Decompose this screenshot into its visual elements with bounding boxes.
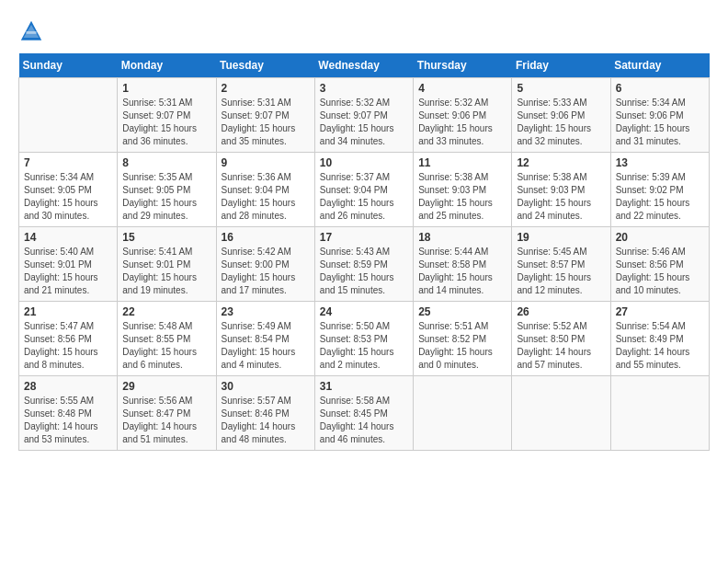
calendar-week-row: 14Sunrise: 5:40 AM Sunset: 9:01 PM Dayli…: [19, 227, 710, 302]
calendar-cell: [512, 376, 610, 451]
day-number: 22: [122, 305, 210, 318]
calendar-header-row: SundayMondayTuesdayWednesdayThursdayFrid…: [19, 53, 710, 78]
calendar-week-row: 7Sunrise: 5:34 AM Sunset: 9:05 PM Daylig…: [19, 153, 710, 227]
day-info: Sunrise: 5:54 AM Sunset: 8:49 PM Dayligh…: [616, 320, 704, 372]
calendar-cell: [414, 376, 512, 451]
calendar-cell: 11Sunrise: 5:38 AM Sunset: 9:03 PM Dayli…: [414, 153, 512, 227]
day-number: 26: [517, 305, 605, 318]
calendar-cell: 22Sunrise: 5:48 AM Sunset: 8:55 PM Dayli…: [118, 302, 216, 376]
calendar-cell: 2Sunrise: 5:31 AM Sunset: 9:07 PM Daylig…: [216, 78, 314, 153]
day-info: Sunrise: 5:57 AM Sunset: 8:46 PM Dayligh…: [222, 395, 310, 446]
day-info: Sunrise: 5:43 AM Sunset: 8:59 PM Dayligh…: [320, 246, 408, 297]
day-info: Sunrise: 5:40 AM Sunset: 9:01 PM Dayligh…: [24, 246, 112, 297]
header-day-saturday: Saturday: [610, 53, 709, 78]
calendar-cell: 31Sunrise: 5:58 AM Sunset: 8:45 PM Dayli…: [314, 376, 413, 451]
day-number: 29: [122, 380, 210, 393]
day-info: Sunrise: 5:34 AM Sunset: 9:06 PM Dayligh…: [616, 97, 704, 148]
day-info: Sunrise: 5:51 AM Sunset: 8:52 PM Dayligh…: [418, 320, 506, 372]
calendar-cell: [610, 376, 709, 451]
day-info: Sunrise: 5:36 AM Sunset: 9:04 PM Dayligh…: [222, 171, 310, 223]
calendar-cell: 8Sunrise: 5:35 AM Sunset: 9:05 PM Daylig…: [118, 153, 216, 227]
day-info: Sunrise: 5:47 AM Sunset: 8:56 PM Dayligh…: [24, 320, 112, 372]
day-number: 8: [122, 156, 210, 169]
day-number: 24: [320, 305, 408, 318]
logo: [18, 18, 46, 44]
header-day-monday: Monday: [118, 53, 216, 78]
day-number: 27: [616, 305, 704, 318]
calendar-cell: 9Sunrise: 5:36 AM Sunset: 9:04 PM Daylig…: [216, 153, 314, 227]
calendar-cell: 15Sunrise: 5:41 AM Sunset: 9:01 PM Dayli…: [118, 227, 216, 302]
calendar-week-row: 28Sunrise: 5:55 AM Sunset: 8:48 PM Dayli…: [19, 376, 710, 451]
day-number: 4: [418, 82, 506, 95]
day-info: Sunrise: 5:35 AM Sunset: 9:05 PM Dayligh…: [122, 171, 210, 223]
day-info: Sunrise: 5:31 AM Sunset: 9:07 PM Dayligh…: [122, 97, 210, 148]
day-info: Sunrise: 5:41 AM Sunset: 9:01 PM Dayligh…: [122, 246, 210, 297]
day-info: Sunrise: 5:46 AM Sunset: 8:56 PM Dayligh…: [616, 246, 704, 297]
calendar-cell: 29Sunrise: 5:56 AM Sunset: 8:47 PM Dayli…: [118, 376, 216, 451]
day-info: Sunrise: 5:58 AM Sunset: 8:45 PM Dayligh…: [320, 395, 408, 446]
header-day-friday: Friday: [512, 53, 610, 78]
day-info: Sunrise: 5:34 AM Sunset: 9:05 PM Dayligh…: [24, 171, 112, 223]
calendar-cell: 24Sunrise: 5:50 AM Sunset: 8:53 PM Dayli…: [314, 302, 413, 376]
calendar-week-row: 21Sunrise: 5:47 AM Sunset: 8:56 PM Dayli…: [19, 302, 710, 376]
day-number: 15: [122, 231, 210, 244]
day-number: 31: [320, 380, 408, 393]
day-info: Sunrise: 5:39 AM Sunset: 9:02 PM Dayligh…: [616, 171, 704, 223]
day-info: Sunrise: 5:48 AM Sunset: 8:55 PM Dayligh…: [122, 320, 210, 372]
day-info: Sunrise: 5:56 AM Sunset: 8:47 PM Dayligh…: [122, 395, 210, 446]
calendar-cell: 19Sunrise: 5:45 AM Sunset: 8:57 PM Dayli…: [512, 227, 610, 302]
day-number: 10: [320, 156, 408, 169]
day-info: Sunrise: 5:38 AM Sunset: 9:03 PM Dayligh…: [418, 171, 506, 223]
day-number: 19: [517, 231, 605, 244]
day-number: 11: [418, 156, 506, 169]
calendar-cell: 21Sunrise: 5:47 AM Sunset: 8:56 PM Dayli…: [19, 302, 118, 376]
day-number: 3: [320, 82, 408, 95]
calendar-cell: 1Sunrise: 5:31 AM Sunset: 9:07 PM Daylig…: [118, 78, 216, 153]
day-number: 23: [222, 305, 310, 318]
calendar-cell: 6Sunrise: 5:34 AM Sunset: 9:06 PM Daylig…: [610, 78, 709, 153]
day-number: 5: [517, 82, 605, 95]
calendar-cell: 13Sunrise: 5:39 AM Sunset: 9:02 PM Dayli…: [610, 153, 709, 227]
calendar-week-row: 1Sunrise: 5:31 AM Sunset: 9:07 PM Daylig…: [19, 78, 710, 153]
calendar-cell: 7Sunrise: 5:34 AM Sunset: 9:05 PM Daylig…: [19, 153, 118, 227]
day-info: Sunrise: 5:37 AM Sunset: 9:04 PM Dayligh…: [320, 171, 408, 223]
day-number: 2: [222, 82, 310, 95]
calendar-cell: 16Sunrise: 5:42 AM Sunset: 9:00 PM Dayli…: [216, 227, 314, 302]
calendar-cell: 10Sunrise: 5:37 AM Sunset: 9:04 PM Dayli…: [314, 153, 413, 227]
day-number: 25: [418, 305, 506, 318]
day-number: 6: [616, 82, 704, 95]
calendar-cell: 28Sunrise: 5:55 AM Sunset: 8:48 PM Dayli…: [19, 376, 118, 451]
logo-icon: [18, 18, 44, 44]
day-info: Sunrise: 5:38 AM Sunset: 9:03 PM Dayligh…: [517, 171, 605, 223]
calendar-cell: 3Sunrise: 5:32 AM Sunset: 9:07 PM Daylig…: [314, 78, 413, 153]
day-number: 20: [616, 231, 704, 244]
calendar-cell: 27Sunrise: 5:54 AM Sunset: 8:49 PM Dayli…: [610, 302, 709, 376]
calendar-cell: 18Sunrise: 5:44 AM Sunset: 8:58 PM Dayli…: [414, 227, 512, 302]
day-number: 17: [320, 231, 408, 244]
day-info: Sunrise: 5:44 AM Sunset: 8:58 PM Dayligh…: [418, 246, 506, 297]
day-info: Sunrise: 5:31 AM Sunset: 9:07 PM Dayligh…: [222, 97, 310, 148]
calendar-cell: 20Sunrise: 5:46 AM Sunset: 8:56 PM Dayli…: [610, 227, 709, 302]
day-number: 9: [222, 156, 310, 169]
day-number: 16: [222, 231, 310, 244]
day-info: Sunrise: 5:49 AM Sunset: 8:54 PM Dayligh…: [222, 320, 310, 372]
day-info: Sunrise: 5:32 AM Sunset: 9:07 PM Dayligh…: [320, 97, 408, 148]
header-day-thursday: Thursday: [414, 53, 512, 78]
day-info: Sunrise: 5:42 AM Sunset: 9:00 PM Dayligh…: [222, 246, 310, 297]
header-day-wednesday: Wednesday: [314, 53, 413, 78]
calendar-cell: 30Sunrise: 5:57 AM Sunset: 8:46 PM Dayli…: [216, 376, 314, 451]
calendar-cell: 17Sunrise: 5:43 AM Sunset: 8:59 PM Dayli…: [314, 227, 413, 302]
day-number: 1: [122, 82, 210, 95]
day-number: 28: [24, 380, 112, 393]
day-info: Sunrise: 5:33 AM Sunset: 9:06 PM Dayligh…: [517, 97, 605, 148]
day-info: Sunrise: 5:55 AM Sunset: 8:48 PM Dayligh…: [24, 395, 112, 446]
calendar-table: SundayMondayTuesdayWednesdayThursdayFrid…: [18, 53, 710, 451]
day-number: 21: [24, 305, 112, 318]
calendar-cell: 14Sunrise: 5:40 AM Sunset: 9:01 PM Dayli…: [19, 227, 118, 302]
header-day-tuesday: Tuesday: [216, 53, 314, 78]
calendar-cell: 23Sunrise: 5:49 AM Sunset: 8:54 PM Dayli…: [216, 302, 314, 376]
calendar-cell: 12Sunrise: 5:38 AM Sunset: 9:03 PM Dayli…: [512, 153, 610, 227]
day-info: Sunrise: 5:52 AM Sunset: 8:50 PM Dayligh…: [517, 320, 605, 372]
day-number: 13: [616, 156, 704, 169]
calendar-cell: 5Sunrise: 5:33 AM Sunset: 9:06 PM Daylig…: [512, 78, 610, 153]
